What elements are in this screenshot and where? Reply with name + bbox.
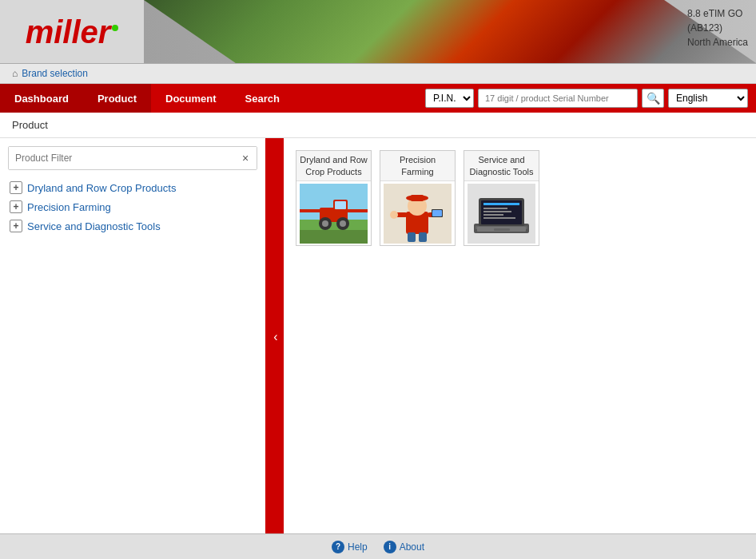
footer: ? Help i About [0,533,756,559]
footer-about-label: About [400,541,424,553]
logo-area: miller [0,0,144,63]
nav-dashboard[interactable]: Dashboard [0,84,83,113]
page-title: Product [12,119,48,131]
version-line2: (AB123) [687,21,748,35]
tree-label-dryland: Dryland and Row Crop Products [27,182,176,194]
svg-rect-6 [300,209,322,212]
help-icon: ? [332,541,344,553]
svg-rect-0 [300,230,368,244]
product-filter-input[interactable] [9,147,234,169]
product-cards: Dryland and Row Crop Products [296,150,744,246]
top-bar: miller 8.8 eTIM GO (AB123) North America [0,0,756,64]
svg-point-11 [340,220,346,227]
miller-logo: miller [26,15,119,49]
svg-rect-32 [483,217,515,219]
tree-plus-precision: + [10,200,22,213]
filter-container: × [8,146,257,170]
product-card-service[interactable]: Service and Diagnostic Tools [464,150,539,246]
svg-rect-35 [494,228,510,231]
header-image-bg [144,0,756,63]
right-panel: Dryland and Row Crop Products [284,138,756,535]
version-line1: 8.8 eTIM GO [687,6,748,21]
search-button[interactable]: 🔍 [642,89,664,108]
nav-search[interactable]: Search [231,84,294,113]
card-title-precision: Precision Farming [380,151,455,181]
footer-help-label: Help [348,541,368,553]
home-icon: ⌂ [12,68,18,79]
nav-document[interactable]: Document [151,84,231,113]
logo-dot [112,25,118,31]
svg-rect-29 [483,208,507,209]
svg-rect-21 [432,210,442,216]
svg-rect-16 [411,195,424,201]
search-icon: 🔍 [647,92,660,105]
tree-plus-service: + [10,220,22,232]
tree-item-service[interactable]: + Service and Diagnostic Tools [8,216,257,236]
tree-plus-dryland: + [10,181,22,194]
pin-dropdown[interactable]: P.I.N. [425,89,474,108]
svg-rect-7 [345,209,368,212]
page-title-bar: Product [0,113,756,138]
svg-rect-31 [483,214,503,216]
svg-rect-28 [483,203,519,205]
main-content: × + Dryland and Row Crop Products + Prec… [0,138,756,535]
svg-point-9 [322,220,328,227]
tree-label-service: Service and Diagnostic Tools [27,220,161,232]
card-image-dryland [296,181,371,245]
version-line3: North America [687,35,748,50]
navbar: Dashboard Product Document Search P.I.N.… [0,84,756,113]
left-panel: × + Dryland and Row Crop Products + Prec… [0,138,268,535]
card-image-service [464,181,539,245]
farmer-illustration [384,184,452,244]
footer-help-link[interactable]: ? Help [332,541,368,553]
product-card-dryland[interactable]: Dryland and Row Crop Products [296,150,372,246]
breadcrumb-label[interactable]: Brand selection [22,68,88,79]
header-banner [144,0,756,63]
tree-item-precision[interactable]: + Precision Farming [8,197,257,216]
product-card-precision[interactable]: Precision Farming [380,150,456,246]
tree-item-dryland[interactable]: + Dryland and Row Crop Products [8,178,257,197]
card-image-precision [380,181,455,245]
card-title-dryland: Dryland and Row Crop Products [296,151,371,181]
breadcrumb: ⌂ Brand selection [0,64,756,84]
serial-number-input[interactable] [478,89,638,108]
svg-rect-30 [483,211,511,212]
language-dropdown[interactable]: English [668,89,748,108]
footer-about-link[interactable]: i About [384,541,424,553]
filter-clear-button[interactable]: × [234,147,257,169]
sprayer-illustration [300,184,368,244]
about-icon: i [384,541,396,553]
svg-rect-5 [335,201,346,209]
svg-rect-23 [419,232,427,242]
version-info: 8.8 eTIM GO (AB123) North America [687,6,748,50]
nav-search-area: P.I.N. 🔍 English [417,84,756,113]
nav-product[interactable]: Product [83,84,151,113]
svg-point-19 [390,211,398,219]
chevron-left-icon: ‹ [273,330,277,344]
card-title-service: Service and Diagnostic Tools [464,151,539,181]
laptop-illustration [468,184,535,244]
collapse-panel-button[interactable]: ‹ [268,138,284,535]
tree-label-precision: Precision Farming [27,201,111,213]
svg-rect-22 [408,232,416,242]
